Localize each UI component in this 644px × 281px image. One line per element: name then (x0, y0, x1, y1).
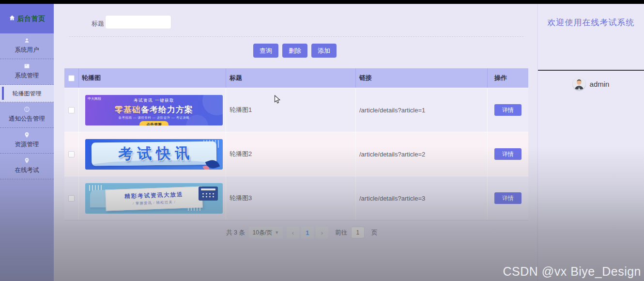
query-button[interactable]: 查询 (253, 44, 278, 58)
detail-button[interactable]: 详情 (494, 104, 521, 116)
main-content: 标题 查询 删除 添加 轮播图 标题 链接 操作 中大网校 考试 (54, 4, 537, 281)
banner-title: 精彩考试资讯大放送 (124, 190, 184, 200)
title-field-label: 标题 (92, 19, 104, 28)
header-title-column: 标题 (226, 68, 356, 88)
page-number-button[interactable]: 1 (301, 227, 314, 238)
warning-circle-icon (0, 106, 54, 112)
detail-button[interactable]: 详情 (494, 148, 521, 160)
pagination: 共 3 条 10条/页 ▼ ‹ 1 › 前往 页 (226, 227, 377, 238)
sidebar-item-system-users[interactable]: 系统用户 (0, 33, 54, 59)
banner-subtitle: 备考指南 — 课程资料 — 进阶提升 — 考证攻略 (85, 116, 223, 120)
row-title: 轮播图3 (226, 176, 356, 220)
right-panel: 欢迎使用在线考试系统 admin (537, 4, 644, 281)
banner-tagline: 考试资讯 一键获取 (85, 98, 223, 104)
sidebar-item-carousel-management[interactable]: 轮播图管理 (0, 85, 54, 102)
pagination-total: 共 3 条 (226, 229, 245, 237)
active-indicator-bar (2, 87, 4, 100)
goto-page-input[interactable] (351, 227, 365, 238)
goto-label: 前往 (335, 229, 347, 237)
prev-page-button[interactable]: ‹ (287, 227, 299, 238)
chevron-down-icon: ▼ (275, 230, 279, 235)
page-size-select[interactable]: 10条/页 ▼ (249, 227, 283, 238)
table-row: 考试快讯 轮播图2 /article/details?article=2 详情 (64, 132, 528, 176)
table-row: 精彩考试资讯大放送 / 掌握资讯 / 轻松过关 / 轮播图3 /article/… (64, 176, 528, 220)
header-link-column: 链接 (356, 68, 488, 88)
sidebar-title: 后台首页 (17, 15, 46, 23)
sidebar-header[interactable]: 后台首页 (0, 4, 54, 33)
username: admin (590, 80, 610, 88)
row-link: /article/details?article=1 (356, 88, 488, 132)
pager: ‹ 1 › (287, 227, 328, 238)
table-header-row: 轮播图 标题 链接 操作 (64, 68, 528, 88)
row-checkbox[interactable] (68, 195, 75, 202)
add-button[interactable]: 添加 (311, 44, 337, 58)
sidebar-item-notice-management[interactable]: 通知公告管理 (0, 102, 54, 128)
welcome-message: 欢迎使用在线考试系统 (538, 17, 644, 28)
row-link: /article/details?article=2 (356, 132, 488, 176)
row-checkbox[interactable] (68, 151, 75, 157)
sidebar-item-label: 资源管理 (15, 141, 39, 148)
top-black-bar (0, 0, 644, 4)
calculator-icon (199, 187, 218, 201)
sidebar-item-label: 在线考试 (15, 167, 39, 173)
sidebar-item-online-exam[interactable]: 在线考试 (0, 154, 54, 179)
row-title: 轮播图2 (226, 132, 356, 176)
form-divider (69, 36, 523, 37)
row-checkbox[interactable] (68, 107, 75, 113)
sidebar-item-label: 通知公告管理 (9, 115, 45, 122)
sidebar-item-system-management[interactable]: 系统管理 (0, 59, 54, 85)
carousel-banner-image-1: 中大网校 考试资讯 一键获取 零基础备考给力方案 备考指南 — 课程资料 — 进… (85, 95, 223, 125)
watermark-text: CSDN @vx Biye_Design (503, 265, 641, 279)
banner-decoration (188, 206, 200, 211)
location-pin-icon (0, 131, 54, 138)
carousel-banner-image-3: 精彩考试资讯大放送 / 掌握资讯 / 轻松过关 / (85, 183, 223, 214)
detail-button[interactable]: 详情 (494, 192, 521, 204)
sidebar-item-resource-management[interactable]: 资源管理 (0, 128, 54, 154)
table-row: 中大网校 考试资讯 一键获取 零基础备考给力方案 备考指南 — 课程资料 — 进… (64, 88, 528, 132)
select-all-checkbox[interactable] (68, 75, 75, 81)
page-unit-label: 页 (371, 229, 378, 237)
user-icon (0, 37, 54, 44)
page-size-value: 10条/页 (253, 229, 273, 237)
carousel-table: 轮播图 标题 链接 操作 中大网校 考试资讯 一键获取 零基础备考给力方案 备考… (64, 68, 528, 220)
carousel-banner-image-2: 考试快讯 (85, 139, 223, 170)
banner-title: 零基础备考给力方案 (85, 104, 223, 115)
home-icon (9, 15, 15, 23)
header-action-column: 操作 (488, 68, 528, 88)
sidebar-empty-area (0, 179, 54, 281)
banner-subtitle: / 掌握资讯 / 轻松过关 / (133, 200, 176, 206)
row-title: 轮播图1 (226, 88, 356, 132)
app-screen: 后台首页 系统用户 系统管理 轮播图管理 (0, 0, 644, 281)
banner-title: 考试快讯 (114, 143, 194, 164)
toolbar: 查询 删除 添加 (253, 44, 337, 58)
row-link: /article/details?article=3 (356, 176, 488, 220)
current-user[interactable]: admin (538, 78, 644, 90)
banner-cta-button: 点击查看 (139, 121, 169, 125)
sidebar-item-label: 系统管理 (15, 72, 39, 79)
sidebar: 后台首页 系统用户 系统管理 轮播图管理 (0, 4, 54, 281)
panel-divider-line (538, 70, 644, 71)
banner-logo-text: 中大网校 (88, 96, 101, 101)
sidebar-item-label: 轮播图管理 (13, 90, 42, 97)
title-search-input[interactable] (105, 15, 171, 29)
delete-button[interactable]: 删除 (282, 44, 307, 58)
image-icon (0, 62, 54, 69)
location-pin-icon (0, 157, 54, 164)
banner-card: 考试快讯 (92, 141, 216, 166)
sidebar-item-label: 系统用户 (15, 47, 39, 53)
next-page-button[interactable]: › (316, 227, 328, 238)
sidebar-menu: 系统用户 系统管理 轮播图管理 通知公告管理 (0, 33, 54, 179)
avatar (573, 78, 585, 90)
header-image-column: 轮播图 (79, 68, 226, 88)
